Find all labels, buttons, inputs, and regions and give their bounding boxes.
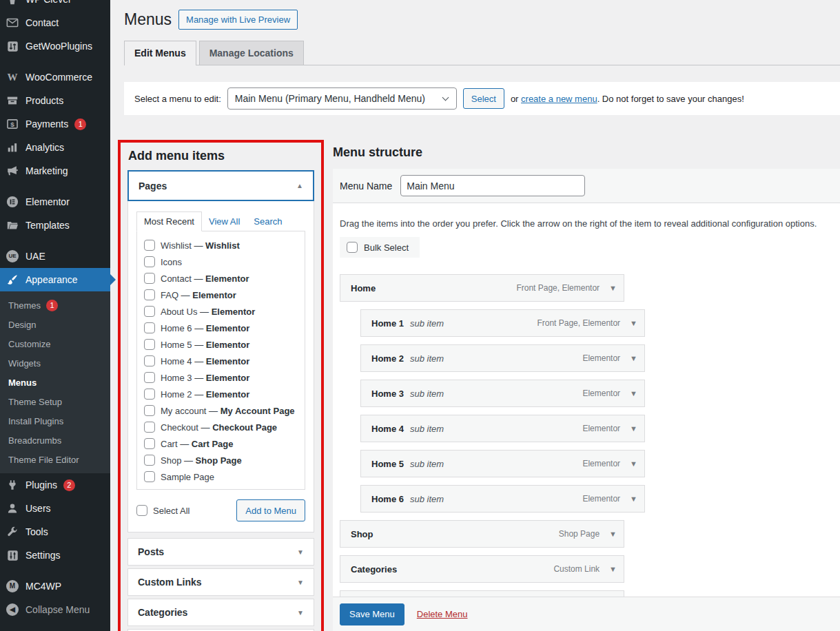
sidebar-subitem-install-plugins[interactable]: Install Plugins bbox=[0, 411, 110, 431]
accordion-custom-links[interactable]: Custom Links▼ bbox=[127, 568, 314, 596]
sidebar-separator bbox=[0, 237, 110, 245]
menu-item-row-home[interactable]: HomeFront Page, Elementor▼ bbox=[340, 274, 624, 302]
checkbox-icon bbox=[144, 306, 155, 317]
sidebar-subitem-breadcrumbs[interactable]: Breadcrumbs bbox=[0, 431, 110, 450]
subitem-label: Design bbox=[8, 320, 36, 330]
tab-manage-locations[interactable]: Manage Locations bbox=[199, 41, 304, 65]
page-checkbox-item[interactable]: Home 5 — Elementor bbox=[144, 336, 305, 353]
sidebar-item-contact[interactable]: Contact bbox=[0, 11, 110, 34]
bulk-select-checkbox[interactable]: Bulk Select bbox=[340, 237, 420, 258]
pages-tab-search[interactable]: Search bbox=[247, 212, 289, 231]
sidebar-subitem-themes[interactable]: Themes1 bbox=[0, 296, 110, 315]
sidebar-item-analytics[interactable]: Analytics bbox=[0, 136, 110, 159]
page-checkbox-item[interactable]: Home 4 — Elementor bbox=[144, 353, 305, 369]
page-checkbox-item[interactable]: My account — My Account Page bbox=[144, 402, 305, 419]
menu-item-row-categories[interactable]: CategoriesCustom Link▼ bbox=[340, 555, 624, 583]
menu-item-row-home-3[interactable]: Home 3sub itemElementor▼ bbox=[360, 380, 645, 407]
delete-menu-link[interactable]: Delete Menu bbox=[417, 609, 468, 619]
pages-tab-most-recent[interactable]: Most Recent bbox=[136, 211, 202, 231]
chevron-down-icon: ▼ bbox=[297, 609, 304, 617]
page-checkbox-item[interactable]: Checkout — Checkout Page bbox=[144, 419, 305, 435]
sidebar-item-products[interactable]: Products bbox=[0, 89, 110, 112]
sidebar-item-collapse-menu[interactable]: ◀Collapse Menu bbox=[0, 598, 110, 621]
accordion-posts[interactable]: Posts▼ bbox=[127, 538, 314, 566]
bulk-select-label: Bulk Select bbox=[364, 242, 409, 253]
menu-name-input[interactable] bbox=[400, 175, 585, 196]
select-button[interactable]: Select bbox=[463, 88, 504, 109]
expand-arrow-icon[interactable]: ▼ bbox=[609, 565, 617, 573]
menu-item-row-shop[interactable]: ShopShop Page▼ bbox=[340, 520, 624, 548]
page-checkbox-item[interactable]: Shop — Shop Page bbox=[144, 452, 305, 468]
count-badge: 1 bbox=[74, 118, 86, 130]
add-to-menu-button[interactable]: Add to Menu bbox=[236, 499, 305, 521]
page-checkbox-item[interactable]: Cart — Cart Page bbox=[144, 435, 305, 452]
page-item-label: Checkout — Checkout Page bbox=[161, 422, 277, 433]
expand-arrow-icon[interactable]: ▼ bbox=[630, 389, 637, 397]
menu-select-dropdown[interactable]: Main Menu (Primary Menu, Handheld Menu) bbox=[227, 87, 457, 110]
manage-live-preview-button[interactable]: Manage with Live Preview bbox=[178, 10, 298, 30]
sidebar-item-settings[interactable]: Settings bbox=[0, 544, 110, 567]
select-all-checkbox[interactable]: Select All bbox=[136, 505, 189, 516]
expand-arrow-icon[interactable]: ▼ bbox=[630, 319, 637, 327]
page-checkbox-item[interactable]: Home 6 — Elementor bbox=[144, 320, 305, 336]
pages-accordion-toggle[interactable]: Pages ▲ bbox=[127, 170, 314, 201]
page-checkbox-item[interactable]: Wishlist — Wishlist bbox=[144, 237, 305, 254]
sub-item-label: sub item bbox=[410, 459, 444, 469]
checkbox-icon bbox=[144, 256, 155, 267]
create-new-menu-link[interactable]: create a new menu bbox=[521, 94, 597, 104]
pages-actions-row: Select All Add to Menu bbox=[136, 499, 305, 522]
page-item-suffix: Elementor bbox=[206, 356, 250, 366]
page-checkbox-item[interactable]: Icons bbox=[144, 254, 305, 270]
page-checkbox-item[interactable]: Home 3 — Elementor bbox=[144, 369, 305, 386]
page-checkbox-item[interactable]: About Us — Elementor bbox=[144, 303, 305, 320]
sidebar-item-payments[interactable]: $Payments1 bbox=[0, 112, 110, 136]
sidebar-item-elementor[interactable]: Elementor bbox=[0, 190, 110, 214]
checkbox-icon bbox=[144, 322, 155, 333]
page-checkbox-item[interactable]: Contact — Elementor bbox=[144, 270, 305, 287]
menu-item-title: Home 2 bbox=[371, 353, 404, 364]
sidebar-item-uae[interactable]: UEUAE bbox=[0, 245, 110, 268]
menu-item-row-home-5[interactable]: Home 5sub itemElementor▼ bbox=[360, 450, 645, 477]
sidebar-subitem-theme-setup[interactable]: Theme Setup bbox=[0, 392, 110, 411]
sidebar-item-marketing[interactable]: Marketing bbox=[0, 159, 110, 183]
sidebar-separator bbox=[0, 58, 110, 65]
sidebar-item-wp-clever[interactable]: WP Clever bbox=[0, 0, 110, 11]
checkbox-icon bbox=[144, 240, 155, 251]
sidebar-subitem-widgets[interactable]: Widgets bbox=[0, 353, 110, 373]
sidebar-item-plugins[interactable]: Plugins2 bbox=[0, 473, 110, 497]
sidebar-item-users[interactable]: Users bbox=[0, 497, 110, 520]
sidebar-item-label: Templates bbox=[25, 220, 70, 231]
sidebar-item-tools[interactable]: Tools bbox=[0, 520, 110, 544]
sidebar-item-templates[interactable]: Templates bbox=[0, 214, 110, 237]
page-title: Menus bbox=[124, 10, 172, 29]
sidebar-subitem-menus[interactable]: Menus bbox=[0, 373, 110, 392]
menu-item-title: Home 3 bbox=[371, 389, 404, 399]
menu-item-type: Elementor bbox=[582, 424, 620, 433]
sidebar-item-getwooplugins[interactable]: GetWooPlugins bbox=[0, 34, 110, 58]
sidebar-item-woocommerce[interactable]: WWooCommerce bbox=[0, 65, 110, 89]
menu-item-row-home-2[interactable]: Home 2sub itemElementor▼ bbox=[360, 344, 645, 372]
page-checkbox-item[interactable]: Home 2 — Elementor bbox=[144, 386, 305, 402]
menu-item-row-home-1[interactable]: Home 1sub itemFront Page, Elementor▼ bbox=[360, 309, 645, 337]
accordion-categories[interactable]: Categories▼ bbox=[127, 599, 314, 626]
page-checkbox-item[interactable]: FAQ — Elementor bbox=[144, 287, 305, 303]
expand-arrow-icon[interactable]: ▼ bbox=[630, 354, 637, 362]
box-icon bbox=[6, 94, 19, 107]
expand-arrow-icon[interactable]: ▼ bbox=[609, 284, 617, 292]
menu-item-row-home-6[interactable]: Home 6sub itemElementor▼ bbox=[360, 485, 645, 513]
envelope-icon bbox=[6, 17, 19, 29]
expand-arrow-icon[interactable]: ▼ bbox=[609, 530, 617, 538]
sidebar-item-mc4wp[interactable]: MMC4WP bbox=[0, 575, 110, 598]
save-menu-button[interactable]: Save Menu bbox=[340, 603, 404, 625]
expand-arrow-icon[interactable]: ▼ bbox=[630, 495, 637, 503]
tab-edit-menus[interactable]: Edit Menus bbox=[124, 41, 196, 65]
expand-arrow-icon[interactable]: ▼ bbox=[630, 424, 637, 433]
sidebar-subitem-theme-file-editor[interactable]: Theme File Editor bbox=[0, 450, 110, 469]
sidebar-item-appearance[interactable]: Appearance bbox=[0, 268, 110, 291]
expand-arrow-icon[interactable]: ▼ bbox=[630, 459, 637, 468]
pages-tab-view-all[interactable]: View All bbox=[202, 212, 247, 231]
page-checkbox-item[interactable]: Sample Page bbox=[144, 468, 305, 485]
menu-item-row-home-4[interactable]: Home 4sub itemElementor▼ bbox=[360, 415, 645, 442]
sidebar-subitem-design[interactable]: Design bbox=[0, 315, 110, 334]
sidebar-subitem-customize[interactable]: Customize bbox=[0, 334, 110, 353]
